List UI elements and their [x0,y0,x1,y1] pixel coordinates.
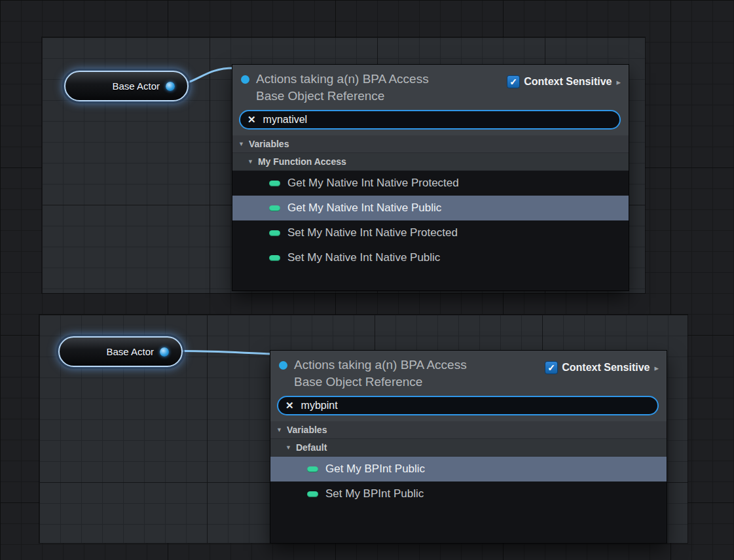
variable-pill-icon [307,466,318,472]
triangle-down-icon: ▼ [248,158,253,165]
search-input[interactable] [263,114,612,126]
object-output-pin[interactable] [160,347,169,357]
item-label: Set My BPInt Public [325,487,424,500]
checkbox-checked-icon[interactable]: ✓ [545,362,557,374]
clear-search-icon[interactable]: ✕ [285,400,294,411]
context-menu: Actions taking a(n) BPA Access Base Obje… [232,65,629,290]
menu-header: Actions taking a(n) BPA Access Base Obje… [232,65,629,135]
search-input[interactable] [301,400,650,411]
list-item-selected[interactable]: Get My Native Int Native Public [232,196,629,220]
context-menu: Actions taking a(n) BPA Access Base Obje… [270,351,667,543]
graph-panel-top: Base Actor Actions taking a(n) BPA Acces… [42,37,645,293]
category-variables[interactable]: ▼ Variables [232,135,629,153]
variable-pill-icon [307,491,318,497]
menu-title-line1: Actions taking a(n) BPA Access [256,71,507,88]
menu-title-line2: Base Object Reference [256,88,507,105]
category-label: Default [296,442,327,453]
blueprint-canvas: Base Actor Actions taking a(n) BPA Acces… [0,0,734,560]
variable-pill-icon [269,230,280,236]
base-actor-node[interactable]: Base Actor [58,336,183,367]
list-item-selected[interactable]: Get My BPInt Public [270,457,667,481]
clear-search-icon[interactable]: ✕ [248,114,256,126]
category-label: Variables [287,425,327,435]
item-label: Get My Native Int Native Protected [287,177,459,190]
list-item[interactable]: Set My BPInt Public [270,481,667,506]
search-box[interactable]: ✕ [239,110,621,130]
category-label: My Function Access [258,156,346,167]
menu-header: Actions taking a(n) BPA Access Base Obje… [270,351,667,421]
item-label: Get My Native Int Native Public [287,201,441,215]
category-default[interactable]: ▼ Default [270,439,667,457]
node-label: Base Actor [106,346,154,357]
variable-pill-icon [269,181,280,186]
expander-arrow-icon[interactable]: ▸ [650,357,659,373]
context-sensitive-label: Context Sensitive [562,362,650,374]
triangle-down-icon: ▼ [285,444,291,451]
search-box[interactable]: ✕ [277,396,659,415]
context-sensitive-toggle[interactable]: ✓ Context Sensitive [507,71,612,88]
item-label: Get My BPInt Public [325,463,425,476]
node-label: Base Actor [112,80,160,92]
list-item[interactable]: Set My Native Int Native Protected [232,220,629,245]
item-label: Set My Native Int Native Protected [287,226,458,239]
category-variables[interactable]: ▼ Variables [270,421,667,439]
menu-title-line2: Base Object Reference [294,374,545,391]
action-list: ▼ Variables ▼ My Function Access Get My … [232,135,629,290]
graph-panel-bottom: Base Actor Actions taking a(n) BPA Acces… [39,315,688,543]
menu-title: Actions taking a(n) BPA Access Base Obje… [256,71,507,105]
action-list: ▼ Variables ▼ Default Get My BPInt Publi… [270,421,667,543]
menu-title: Actions taking a(n) BPA Access Base Obje… [294,357,545,391]
variable-pill-icon [269,255,280,261]
list-empty-space [232,270,629,290]
object-output-pin[interactable] [166,82,175,91]
checkbox-checked-icon[interactable]: ✓ [507,76,519,88]
triangle-down-icon: ▼ [276,427,282,433]
item-label: Set My Native Int Native Public [287,251,440,264]
menu-title-line1: Actions taking a(n) BPA Access [294,357,545,374]
list-item[interactable]: Get My Native Int Native Protected [232,171,629,196]
context-sensitive-label: Context Sensitive [524,76,612,88]
category-my-function-access[interactable]: ▼ My Function Access [232,153,629,171]
variable-pill-icon [269,205,280,211]
context-sensitive-toggle[interactable]: ✓ Context Sensitive [545,357,650,374]
list-item[interactable]: Set My Native Int Native Public [232,245,629,270]
expander-arrow-icon[interactable]: ▸ [612,71,621,87]
triangle-down-icon: ▼ [238,141,244,147]
pin-type-dot-icon [241,75,249,84]
list-empty-space [270,506,667,543]
category-label: Variables [249,139,289,149]
base-actor-node[interactable]: Base Actor [64,71,189,101]
pin-type-dot-icon [279,361,287,370]
